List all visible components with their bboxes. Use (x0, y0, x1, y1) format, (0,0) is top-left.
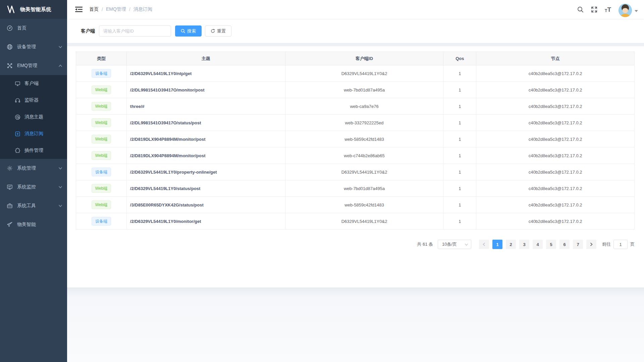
qos-cell: 1 (443, 115, 476, 131)
topic-cell: three/# (126, 98, 285, 115)
avatar[interactable] (619, 4, 632, 17)
sidebar-item-plugins[interactable]: 插件管理 (0, 142, 67, 159)
sidebar-item-system-tools[interactable]: 系统工具 (0, 196, 67, 215)
sidebar-item-label: 物美智能 (17, 222, 36, 228)
page-number-button[interactable]: 7 (573, 240, 583, 249)
goto-page-input[interactable] (613, 240, 628, 249)
node-cell: c40b2d8ea5c3@172.17.0.2 (476, 65, 635, 82)
sidebar-item-listener[interactable]: 监听器 (0, 92, 67, 109)
table-row: Web端 /3/D85E00R65DYXK42G/status/post web… (76, 197, 635, 213)
user-menu[interactable] (619, 2, 638, 17)
qos-cell: 1 (443, 164, 476, 180)
sidebar-menu: 首页 设备管理 EMQ管理 客户端 监听器 (0, 19, 67, 362)
page-number-button[interactable]: 2 (506, 240, 516, 249)
node-cell: c40b2d8ea5c3@172.17.0.2 (476, 82, 635, 98)
column-header-type: 类型 (76, 52, 127, 65)
page-number-button[interactable]: 1 (492, 240, 502, 249)
column-header-node: 节点 (476, 52, 635, 65)
type-tag: Web端 (92, 184, 111, 193)
app-logo[interactable]: 物美智能系统 (0, 0, 67, 19)
fullscreen-icon[interactable] (591, 6, 597, 13)
page-number-button[interactable]: 5 (546, 240, 556, 249)
qos-cell: 1 (443, 213, 476, 230)
page-number-button[interactable]: 6 (559, 240, 570, 249)
client-id-cell: web-7bd01d87a495a (285, 82, 443, 98)
sidebar-item-devices[interactable]: 设备管理 (0, 38, 67, 56)
breadcrumb-separator: / (129, 7, 130, 12)
refresh-icon (211, 29, 215, 33)
type-tag: Web端 (92, 118, 111, 127)
sidebar-toggle-icon[interactable] (75, 6, 83, 12)
reset-button[interactable]: 重置 (205, 25, 231, 37)
search-button[interactable]: 搜索 (175, 25, 202, 37)
topbar: 首页 / EMQ管理 / 消息订阅 TT (67, 0, 644, 19)
type-tag: Web端 (92, 135, 111, 143)
sidebar-item-subscriptions[interactable]: 消息订阅 (0, 125, 67, 142)
font-size-icon[interactable]: TT (605, 6, 611, 13)
sidebar: 物美智能系统 首页 设备管理 EMQ管理 客户端 (0, 0, 67, 362)
type-tag: Web端 (92, 151, 111, 160)
chevron-up-icon (58, 64, 62, 68)
search-icon[interactable] (577, 6, 584, 13)
plugin-icon (15, 148, 20, 154)
emq-submenu: 客户端 监听器 消息主题 消息订阅 插件管理 (0, 75, 67, 159)
next-page-button[interactable] (586, 240, 596, 249)
breadcrumb-current: 消息订阅 (133, 6, 152, 12)
monitor-icon (15, 81, 20, 86)
client-id-cell: web-5859c42fd1483 (285, 197, 443, 213)
client-id-cell: web-7bd01d87a495a (285, 180, 443, 197)
qos-cell: 1 (443, 82, 476, 98)
client-id-cell: web-c744b2e86ab65 (285, 147, 443, 164)
sidebar-item-client[interactable]: 客户端 (0, 75, 67, 92)
table-row: Web端 /2/D819DLX904P8894M/monitor/post we… (76, 147, 635, 164)
client-id-cell: D6329VL54419L1Y0&2 (285, 65, 443, 82)
sidebar-item-system-admin[interactable]: 系统管理 (0, 159, 67, 178)
total-count: 共 61 条 (417, 241, 433, 247)
chevron-right-icon (589, 242, 593, 246)
pagination: 共 61 条 10条/页 1234567 前往 页 (76, 240, 635, 249)
sidebar-item-emq[interactable]: EMQ管理 (0, 56, 67, 75)
type-tag: 设备端 (92, 217, 111, 226)
table-row: Web端 /2/DL9981541O39417O/monitor/post we… (76, 82, 635, 98)
type-tag: Web端 (92, 200, 111, 209)
sidebar-item-wumei-smart[interactable]: 物美智能 (0, 215, 67, 234)
topic-cell: /2/D819DLX904P8894M/monitor/post (126, 147, 285, 164)
topbar-actions: TT (577, 2, 638, 17)
gear-icon (7, 165, 13, 171)
node-cell: c40b2d8ea5c3@172.17.0.2 (476, 131, 635, 147)
sidebar-item-label: 客户端 (24, 80, 39, 86)
subscriptions-table: 类型 主题 客户端ID Qos 节点 设备端 /2/D6329VL54419L1… (76, 52, 635, 230)
topic-cell: /2/D6329VL54419L1Y0/property-online/get (126, 164, 285, 180)
drone-icon (7, 63, 13, 69)
table-row: 设备端 /2/D6329VL54419L1Y0/monitor/get D632… (76, 213, 635, 230)
qos-cell: 1 (443, 65, 476, 82)
prev-page-button[interactable] (479, 240, 489, 249)
dashboard-icon (7, 25, 13, 31)
topic-cell: /2/D6329VL54419L1Y0/status/post (126, 180, 285, 197)
page-number-button[interactable]: 3 (519, 240, 529, 249)
topic-cell: /2/D6329VL54419L1Y0/ntp/get (126, 65, 285, 82)
app-root: 物美智能系统 首页 设备管理 EMQ管理 客户端 (0, 0, 644, 362)
topic-cell: /2/DL9981541O39417O/monitor/post (126, 82, 285, 98)
topic-cell: /2/D819DLX904P8894M/monitor/post (126, 131, 285, 147)
sidebar-item-topics[interactable]: 消息主题 (0, 109, 67, 125)
page-number-button[interactable]: 4 (533, 240, 543, 249)
topic-cell: /2/DL9981541O39417O/status/post (126, 115, 285, 131)
topic-cell: /2/D6329VL54419L1Y0/monitor/get (126, 213, 285, 230)
sidebar-item-home[interactable]: 首页 (0, 19, 67, 38)
sidebar-item-label: 系统管理 (17, 165, 36, 171)
page-size-select[interactable]: 10条/页 (438, 240, 471, 249)
breadcrumb-home[interactable]: 首页 (89, 6, 99, 12)
sidebar-item-system-monitor[interactable]: 系统监控 (0, 178, 67, 196)
client-id-cell: D6329VL54419L1Y0&2 (285, 164, 443, 180)
plus-square-icon (15, 131, 20, 137)
sidebar-item-label: 消息订阅 (24, 131, 43, 137)
client-id-input[interactable] (99, 25, 171, 37)
logo-icon (7, 5, 16, 13)
page-background (67, 288, 644, 362)
toolbox-icon (7, 203, 13, 209)
topic-cell: /3/D85E00R65DYXK42G/status/post (126, 197, 285, 213)
headphones-icon (15, 98, 20, 103)
page-jumper: 前往 页 (602, 240, 635, 249)
type-tag: 设备端 (92, 69, 111, 78)
